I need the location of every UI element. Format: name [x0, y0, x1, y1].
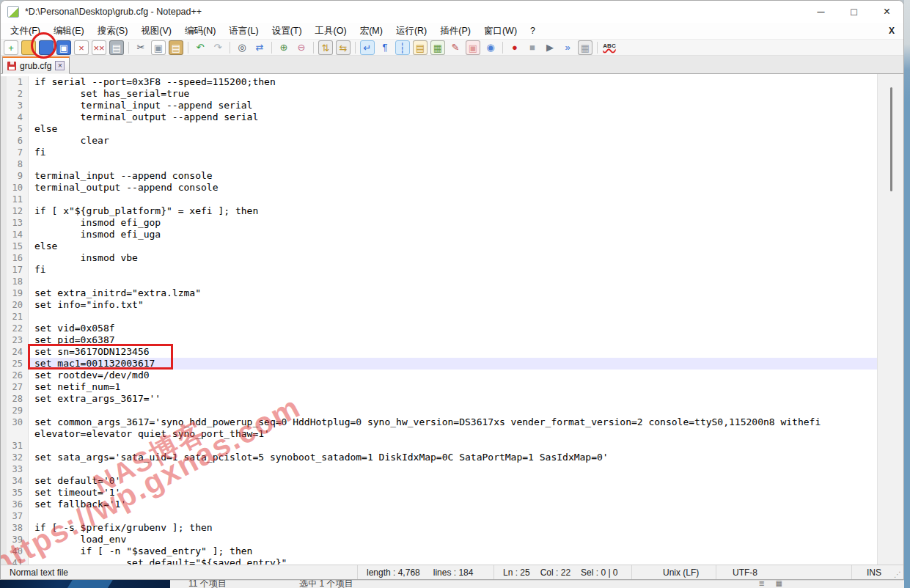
line-number: 2: [1, 88, 29, 100]
spell-check-icon[interactable]: ABC: [602, 40, 617, 55]
code-line[interactable]: 4 terminal_output --append serial: [1, 111, 877, 123]
code-line[interactable]: elevator=elevator quiet syno_port_thaw=1…: [1, 428, 877, 440]
zoom-in-icon[interactable]: ⊕: [276, 40, 291, 55]
code-line[interactable]: 29: [1, 405, 877, 416]
code-line[interactable]: 22set vid=0x058f: [1, 323, 877, 334]
tab-close-icon[interactable]: ×: [55, 61, 65, 70]
menu-item-macro[interactable]: 宏(M): [353, 23, 389, 39]
indent-guide-icon[interactable]: ┆: [395, 40, 410, 55]
editor-text-area[interactable]: 1if serial --port=0x3F8 --speed=115200;t…: [1, 74, 877, 565]
code-line[interactable]: 1if serial --port=0x3F8 --speed=115200;t…: [1, 76, 877, 88]
code-line[interactable]: 7fi: [1, 147, 877, 158]
find-icon[interactable]: ◎: [235, 40, 249, 55]
vertical-scrollbar[interactable]: [877, 74, 903, 565]
code-line[interactable]: 18: [1, 276, 877, 287]
new-file-icon[interactable]: +: [4, 40, 18, 55]
document-map-icon[interactable]: ▦: [430, 40, 445, 55]
sync-horizontal-scroll-icon[interactable]: ⇆: [336, 40, 351, 55]
zoom-out-icon[interactable]: ⊖: [294, 40, 309, 55]
code-line[interactable]: 12if [ x"${grub_platform}" = xefi ]; the…: [1, 205, 877, 217]
code-line[interactable]: 31: [1, 440, 877, 452]
toolbar-divider: [313, 42, 314, 54]
cut-icon[interactable]: ✂: [133, 40, 148, 55]
word-wrap-icon[interactable]: ↵: [360, 40, 375, 55]
code-line[interactable]: 34set default='0': [1, 475, 877, 487]
maximize-button[interactable]: □: [837, 1, 870, 23]
menu-item-encoding[interactable]: 编码(N): [178, 23, 222, 39]
menu-item-window[interactable]: 窗口(W): [477, 23, 524, 39]
save-all-icon[interactable]: ▣: [56, 40, 71, 55]
tab-grub-cfg[interactable]: grub.cfg ×: [2, 56, 70, 74]
macro-record-icon[interactable]: ●: [507, 40, 522, 55]
menu-item-help[interactable]: ?: [524, 23, 542, 39]
menubar-close-document-icon[interactable]: X: [889, 26, 895, 36]
paste-icon[interactable]: ▤: [169, 40, 183, 55]
menu-item-view[interactable]: 视图(V): [134, 23, 178, 39]
code-line[interactable]: 11: [1, 194, 877, 205]
code-line[interactable]: 40 if [ -n "$saved_entry" ]; then: [1, 545, 877, 557]
close-icon[interactable]: ×: [74, 40, 89, 55]
code-line[interactable]: 9terminal_input --append console: [1, 170, 877, 182]
resize-grip-icon[interactable]: ⋰: [894, 570, 901, 578]
menu-item-tools[interactable]: 工具(O): [309, 23, 353, 39]
code-line[interactable]: 36set fallback='1': [1, 499, 877, 510]
code-line[interactable]: 21: [1, 311, 877, 323]
replace-icon[interactable]: ⇄: [252, 40, 267, 55]
code-line[interactable]: 37: [1, 510, 877, 522]
menu-item-search[interactable]: 搜索(S): [91, 23, 135, 39]
show-all-characters-icon[interactable]: ¶: [378, 40, 392, 55]
folder-as-workspace-icon[interactable]: ▣: [466, 40, 480, 55]
code-line[interactable]: 33: [1, 463, 877, 475]
sync-vertical-scroll-icon[interactable]: ⇅: [318, 40, 333, 55]
menu-item-plugins[interactable]: 插件(P): [433, 23, 477, 39]
code-line[interactable]: 30set common_args_3617='syno_hdd_powerup…: [1, 416, 877, 428]
scrollbar-thumb[interactable]: [890, 87, 892, 191]
code-line[interactable]: 35set timeout='1': [1, 487, 877, 499]
undo-icon[interactable]: ↶: [193, 40, 208, 55]
menu-item-file[interactable]: 文件(F): [4, 23, 47, 39]
open-folder-icon[interactable]: [21, 40, 36, 55]
status-eol-format[interactable]: Unix (LF): [631, 565, 716, 579]
code-line[interactable]: 38if [ -s $prefix/grubenv ]; then: [1, 522, 877, 534]
copy-icon[interactable]: ▣: [151, 40, 166, 55]
menu-item-language[interactable]: 语言(L): [222, 23, 265, 39]
print-icon[interactable]: ▤: [109, 40, 124, 55]
code-line[interactable]: 2 set has_serial=true: [1, 88, 877, 100]
code-line[interactable]: 14 insmod efi_uga: [1, 229, 877, 240]
macro-save-icon[interactable]: ▦: [578, 40, 592, 55]
macro-stop-icon[interactable]: ■: [525, 40, 540, 55]
code-line[interactable]: 41 set default="${saved_entry}": [1, 557, 877, 565]
monitoring-eye-icon[interactable]: ◉: [483, 40, 498, 55]
code-line[interactable]: 13 insmod efi_gop: [1, 217, 877, 229]
minimize-button[interactable]: ─: [804, 1, 837, 23]
code-line[interactable]: 32set sata_args='sata_uid=1 sata_pcislot…: [1, 452, 877, 463]
redo-icon[interactable]: ↷: [210, 40, 225, 55]
menu-item-edit[interactable]: 编辑(E): [47, 23, 91, 39]
code-line[interactable]: 27set netif_num=1: [1, 381, 877, 393]
status-insert-mode[interactable]: INS ⋰: [851, 565, 903, 579]
code-line[interactable]: 28set extra_args_3617='': [1, 393, 877, 405]
code-line[interactable]: 39 load_env: [1, 534, 877, 545]
code-line[interactable]: 3 terminal_input --append serial: [1, 100, 877, 111]
close-all-icon[interactable]: ××: [92, 40, 106, 55]
document-list-icon[interactable]: ✎: [448, 40, 463, 55]
code-line[interactable]: 5else: [1, 123, 877, 135]
code-line[interactable]: 17fi: [1, 264, 877, 276]
macro-play-icon[interactable]: ▶: [543, 40, 557, 55]
menu-item-settings[interactable]: 设置(T): [265, 23, 309, 39]
code-line[interactable]: 20set info="info.txt": [1, 299, 877, 311]
save-icon[interactable]: [39, 40, 54, 55]
function-list-icon[interactable]: ▤: [413, 40, 428, 55]
status-encoding[interactable]: UTF-8: [716, 565, 851, 579]
menu-item-run[interactable]: 运行(R): [389, 23, 433, 39]
code-line[interactable]: 15else: [1, 240, 877, 252]
code-line[interactable]: 16 insmod vbe: [1, 252, 877, 264]
code-line[interactable]: 10terminal_output --append console: [1, 182, 877, 194]
code-line[interactable]: 6 clear: [1, 135, 877, 147]
code-line[interactable]: 8: [1, 158, 877, 170]
code-line[interactable]: 26set rootdev=/dev/md0: [1, 370, 877, 381]
explorer-view-toggle-icons[interactable]: ≣ ▦: [758, 580, 787, 587]
code-line[interactable]: 19set extra_initrd="extra.lzma": [1, 287, 877, 299]
macro-run-multiple-icon[interactable]: »: [560, 40, 575, 55]
close-button[interactable]: ×: [870, 1, 903, 23]
